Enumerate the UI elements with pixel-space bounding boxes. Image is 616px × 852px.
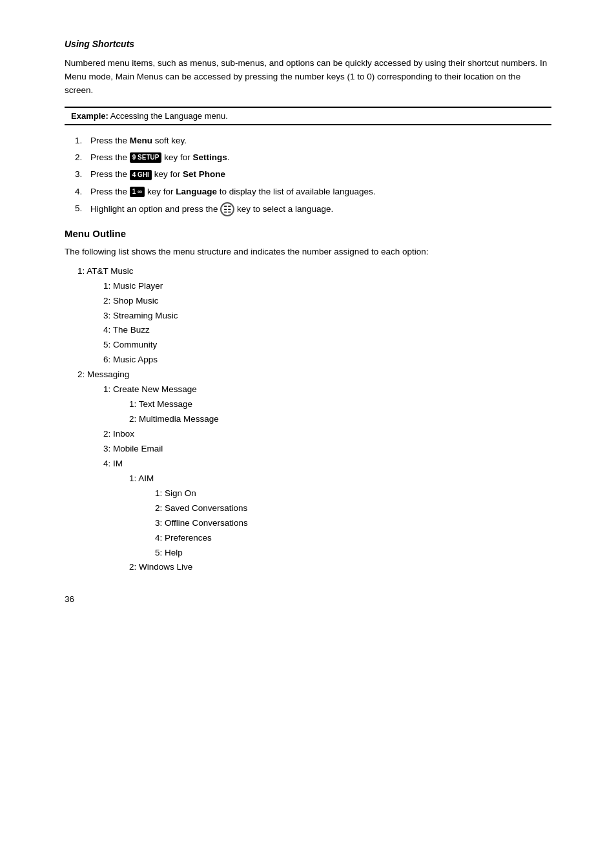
menu-outline-section: Menu Outline The following list shows th… [65,228,551,576]
shortcuts-body: Numbered menu items, such as menus, sub-… [65,57,551,98]
step-5: 5. Highlight an option and press the ☷ k… [90,202,551,216]
list-item: 4: Preferences [155,531,551,546]
menu-outline-title: Menu Outline [65,228,551,239]
page-container: Using Shortcuts Numbered menu items, suc… [0,0,616,643]
list-item: 1: Create New Message [103,382,551,397]
list-item: 2: Multimedia Message [129,412,551,427]
example-text: Accessing the Language menu. [110,111,228,121]
menu-tree: 1: AT&T Music 1: Music Player 2: Shop Mu… [77,264,551,576]
step-4-num: 4. [75,185,82,198]
step-2-num: 2. [75,151,82,164]
list-item: 2: Shop Music [103,294,551,309]
step-4: 4. Press the 1 ∞ key for Language to dis… [90,185,551,198]
step-2: 2. Press the 9 SETUP key for Settings. [90,151,551,164]
step-5-num: 5. [75,202,82,215]
list-item: 5: Help [155,546,551,561]
using-shortcuts-section: Using Shortcuts Numbered menu items, suc… [65,39,551,216]
list-item: 1: Music Player [103,279,551,294]
key-9-badge: 9 SETUP [130,152,162,163]
list-item: 1: Text Message [129,397,551,412]
example-box: Example: Accessing the Language menu. [65,107,551,125]
key-4-badge: 4 GHI [130,170,152,180]
step-3-num: 3. [75,168,82,181]
example-label: Example: [71,111,108,121]
key-1-badge: 1 ∞ [130,187,145,197]
settings-bold: Settings [192,152,227,162]
list-item: 6: Music Apps [103,353,551,368]
list-item: 1: AIM [129,472,551,486]
list-item: 3: Offline Conversations [155,516,551,531]
step-1: 1. Press the Menu soft key. [90,134,551,147]
steps-list: 1. Press the Menu soft key. 2. Press the… [90,134,551,216]
page-number: 36 [65,594,551,604]
set-phone-bold: Set Phone [183,169,225,179]
menu-outline-body: The following list shows the menu struct… [65,245,551,259]
language-bold: Language [176,187,217,196]
using-shortcuts-title: Using Shortcuts [65,39,551,49]
list-item: 2: Inbox [103,427,551,442]
list-item: 1: AT&T Music [77,264,551,279]
menu-bold: Menu [130,136,152,145]
list-item: 1: Sign On [155,486,551,501]
list-item: 3: Mobile Email [103,442,551,457]
list-item: 2: Saved Conversations [155,501,551,516]
list-item: 5: Community [103,338,551,353]
list-item: 3: Streaming Music [103,309,551,324]
list-item: 2: Windows Live [129,560,551,575]
list-item: 2: Messaging [77,368,551,382]
ok-key-icon: ☷ [220,202,234,216]
list-item: 4: IM [103,457,551,472]
step-1-num: 1. [75,134,82,147]
step-3: 3. Press the 4 GHI key for Set Phone [90,168,551,181]
list-item: 4: The Buzz [103,323,551,338]
